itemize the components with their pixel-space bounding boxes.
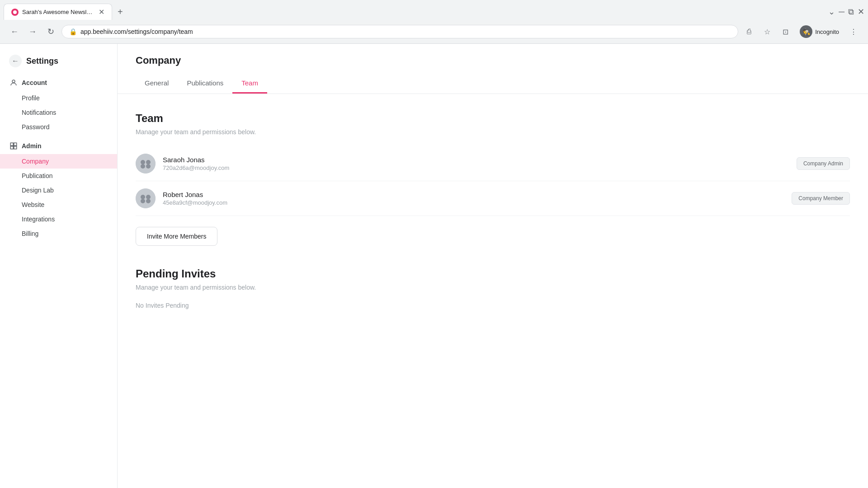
toolbar-actions: ⎙ ☆ ⊡ 🕵 Incognito ⋮ — [742, 23, 861, 40]
svg-point-11 — [136, 188, 156, 208]
sidebar-section-admin: Admin Company Publication Design Lab Web… — [0, 138, 117, 241]
team-section-subtitle: Manage your team and permissions below. — [136, 128, 850, 136]
tab-title: Sarah's Awesome Newsletter - b... — [22, 9, 95, 15]
team-section-title: Team — [136, 112, 850, 125]
main-content: Team Manage your team and permissions be… — [118, 94, 868, 349]
sidebar-title: Settings — [26, 56, 58, 66]
pending-title: Pending Invites — [136, 267, 850, 280]
svg-point-8 — [146, 160, 151, 164]
app-container: ← Settings Account Profile Notifications… — [0, 44, 868, 488]
reload-button[interactable]: ↻ — [43, 24, 58, 39]
tab-controls: ⌄ ─ ⧉ ✕ — [828, 7, 864, 17]
svg-point-1 — [12, 80, 15, 83]
sidebar-item-website[interactable]: Website — [0, 197, 117, 212]
sidebar-header: ← Settings — [0, 51, 117, 75]
member-avatar-1 — [136, 188, 156, 208]
incognito-button[interactable]: 🕵 Incognito — [796, 23, 843, 40]
sidebar-item-profile[interactable]: Profile — [0, 91, 117, 105]
sidebar-back-button[interactable]: ← — [9, 55, 22, 67]
sidebar: ← Settings Account Profile Notifications… — [0, 44, 118, 488]
back-button[interactable]: ← — [7, 24, 22, 39]
svg-rect-5 — [14, 146, 17, 149]
member-role-1: Company Member — [792, 192, 850, 205]
active-tab[interactable]: Sarah's Awesome Newsletter - b... ✕ — [4, 4, 112, 20]
member-email-1: 45e8a9cf@moodjoy.com — [163, 199, 784, 206]
invite-more-members-button[interactable]: Invite More Members — [136, 227, 217, 246]
address-bar[interactable]: 🔒 app.beehiiv.com/settings/company/team — [61, 25, 738, 38]
tabs-container: General Publications Team — [136, 74, 850, 94]
svg-point-7 — [141, 160, 145, 164]
tab-general[interactable]: General — [136, 74, 178, 94]
incognito-label: Incognito — [815, 28, 839, 35]
sidebar-item-notifications[interactable]: Notifications — [0, 105, 117, 120]
lock-icon: 🔒 — [69, 28, 77, 35]
sidebar-item-company[interactable]: Company — [0, 154, 117, 169]
tab-list-button[interactable]: ⌄ — [828, 7, 835, 17]
sidebar-item-publication[interactable]: Publication — [0, 169, 117, 183]
main-header: Company General Publications Team — [118, 44, 868, 94]
menu-button[interactable]: ⋮ — [846, 24, 861, 39]
member-info-1: Robert Jonas 45e8a9cf@moodjoy.com — [163, 191, 784, 206]
tab-team[interactable]: Team — [232, 74, 267, 94]
new-tab-button[interactable]: + — [114, 5, 127, 19]
svg-rect-4 — [10, 146, 13, 149]
no-invites-text: No Invites Pending — [136, 302, 850, 309]
team-section: Team Manage your team and permissions be… — [136, 112, 850, 246]
member-role-0: Company Admin — [797, 157, 850, 170]
svg-point-12 — [141, 195, 145, 199]
browser-toolbar: ← → ↻ 🔒 app.beehiiv.com/settings/company… — [0, 20, 868, 43]
svg-point-9 — [141, 164, 145, 169]
sidebar-item-password[interactable]: Password — [0, 120, 117, 134]
member-card-0: Saraoh Jonas 720a2d6a@moodjoy.com Compan… — [136, 146, 850, 181]
browser-chrome: Sarah's Awesome Newsletter - b... ✕ + ⌄ … — [0, 0, 868, 44]
incognito-avatar: 🕵 — [800, 25, 812, 38]
svg-rect-3 — [14, 143, 17, 145]
bookmark-button[interactable]: ☆ — [760, 24, 774, 39]
svg-point-13 — [146, 195, 151, 199]
account-section-title: Account — [22, 79, 47, 86]
url-text: app.beehiiv.com/settings/company/team — [80, 28, 731, 35]
svg-rect-2 — [10, 143, 13, 145]
profile-button[interactable]: ⊡ — [778, 24, 793, 39]
cast-button[interactable]: ⎙ — [742, 24, 756, 39]
sidebar-item-integrations[interactable]: Integrations — [0, 212, 117, 226]
svg-point-15 — [146, 199, 151, 203]
member-info-0: Saraoh Jonas 720a2d6a@moodjoy.com — [163, 156, 789, 171]
admin-section-header: Admin — [0, 138, 117, 154]
svg-point-0 — [13, 10, 17, 14]
svg-point-6 — [136, 154, 156, 174]
member-email-0: 720a2d6a@moodjoy.com — [163, 164, 789, 171]
account-section-header: Account — [0, 75, 117, 91]
pending-invites-section: Pending Invites Manage your team and per… — [136, 267, 850, 309]
main-content-area: Company General Publications Team Team M… — [118, 44, 868, 488]
member-avatar-0 — [136, 154, 156, 174]
admin-section-title: Admin — [22, 142, 42, 150]
admin-icon — [9, 141, 18, 150]
tab-close-button[interactable]: ✕ — [99, 8, 104, 16]
member-name-1: Robert Jonas — [163, 191, 784, 198]
sidebar-item-billing[interactable]: Billing — [0, 226, 117, 241]
member-card-1: Robert Jonas 45e8a9cf@moodjoy.com Compan… — [136, 181, 850, 216]
close-window-button[interactable]: ✕ — [858, 7, 864, 17]
svg-point-10 — [146, 164, 151, 169]
forward-button[interactable]: → — [25, 24, 40, 39]
sidebar-item-design-lab[interactable]: Design Lab — [0, 183, 117, 197]
tab-favicon — [11, 9, 19, 16]
account-icon — [9, 78, 18, 87]
sidebar-section-account: Account Profile Notifications Password — [0, 75, 117, 134]
page-title: Company — [136, 55, 850, 66]
restore-button[interactable]: ⧉ — [848, 7, 854, 17]
svg-point-14 — [141, 199, 145, 203]
browser-tabs: Sarah's Awesome Newsletter - b... ✕ + ⌄ … — [0, 0, 868, 20]
member-list: Saraoh Jonas 720a2d6a@moodjoy.com Compan… — [136, 146, 850, 216]
minimize-button[interactable]: ─ — [839, 7, 844, 17]
pending-subtitle: Manage your team and permissions below. — [136, 284, 850, 291]
tab-publications[interactable]: Publications — [178, 74, 232, 94]
member-name-0: Saraoh Jonas — [163, 156, 789, 164]
